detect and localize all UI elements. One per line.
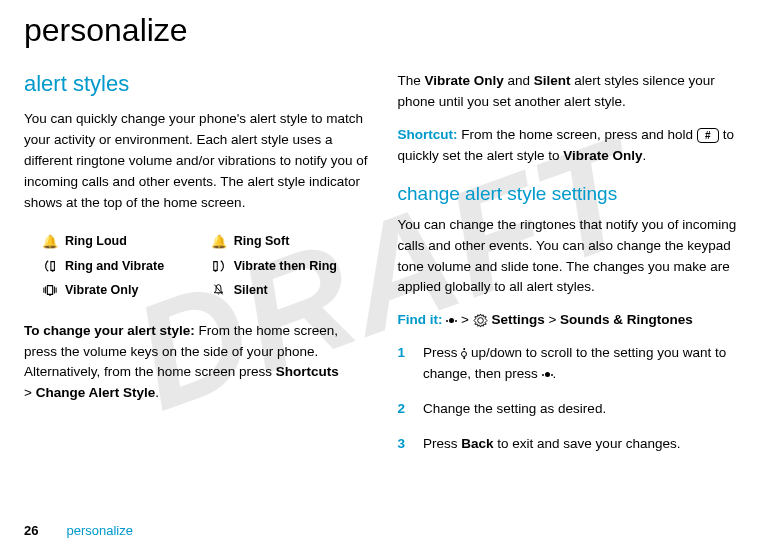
style-silent: Silent <box>211 283 370 297</box>
step-text: Press Back to exit and save your changes… <box>423 434 680 455</box>
find-it-line: Find it: > Settings > Sounds & Ringtones <box>398 310 744 331</box>
sounds-ringtones-text: Sounds & Ringtones <box>560 312 693 327</box>
shortcuts-text: Shortcuts <box>276 364 339 379</box>
style-label: Vibrate Only <box>65 283 138 297</box>
gt-symbol: > <box>24 385 36 400</box>
style-label: Vibrate then Ring <box>234 259 337 273</box>
page-footer: 26personalize <box>24 523 133 538</box>
text: up/down to scroll to the setting you wan… <box>423 345 726 381</box>
alert-styles-intro: You can quickly change your phone's aler… <box>24 109 370 214</box>
gear-icon <box>473 312 488 327</box>
step-text: Press •• up/down to scroll to the settin… <box>423 343 743 385</box>
vibrate-ring-icon <box>211 259 227 273</box>
page-title: personalize <box>24 12 743 49</box>
text: The <box>398 73 425 88</box>
vibrate-only-icon <box>42 283 58 297</box>
step-text: Change the setting as desired. <box>423 399 606 420</box>
right-column: The Vibrate Only and Silent alert styles… <box>398 71 744 469</box>
text: . <box>553 366 557 381</box>
gt-symbol: > <box>457 312 472 327</box>
alert-styles-heading: alert styles <box>24 71 370 97</box>
text: Press <box>423 345 461 360</box>
text: . <box>643 148 647 163</box>
step-number: 1 <box>398 343 406 385</box>
step-1: 1 Press •• up/down to scroll to the sett… <box>398 343 744 385</box>
text: From the home screen, press and hold <box>458 127 697 142</box>
center-key-icon <box>446 318 457 323</box>
vibrate-only-text: Vibrate Only <box>425 73 504 88</box>
text: to exit and save your changes. <box>494 436 681 451</box>
style-ring-loud: 🔔 Ring Loud <box>42 234 201 249</box>
silent-text: Silent <box>534 73 571 88</box>
shortcut-para: Shortcut: From the home screen, press an… <box>398 125 744 167</box>
silent-icon <box>211 283 227 296</box>
find-it-label: Find it: <box>398 312 443 327</box>
change-bold-lead: To change your alert style: <box>24 323 195 338</box>
style-label: Ring and Vibrate <box>65 259 164 273</box>
vibrate-silent-para: The Vibrate Only and Silent alert styles… <box>398 71 744 113</box>
left-column: alert styles You can quickly change your… <box>24 71 370 469</box>
footer-section: personalize <box>66 523 133 538</box>
hash-key-icon: # <box>697 128 719 143</box>
change-alert-style-para: To change your alert style: From the hom… <box>24 321 370 405</box>
vibrate-only-text: Vibrate Only <box>563 148 642 163</box>
bell-icon: 🔔 <box>42 234 58 249</box>
change-settings-para: You can change the ringtones that notify… <box>398 215 744 299</box>
ring-vibrate-icon <box>42 259 58 273</box>
alert-styles-grid: 🔔 Ring Loud 🔔 Ring Soft Ring and Vibrate <box>24 226 370 305</box>
style-label: Ring Loud <box>65 234 127 248</box>
step-2: 2 Change the setting as desired. <box>398 399 744 420</box>
gt-symbol: > <box>545 312 560 327</box>
center-key-icon <box>542 372 553 377</box>
bell-icon: 🔔 <box>211 234 227 249</box>
style-vibrate-ring: Vibrate then Ring <box>211 259 370 273</box>
change-alert-style-text: Change Alert Style <box>36 385 156 400</box>
page-number: 26 <box>24 523 38 538</box>
style-vibrate-only: Vibrate Only <box>42 283 201 297</box>
period: . <box>155 385 159 400</box>
change-settings-heading: change alert style settings <box>398 183 744 205</box>
step-number: 3 <box>398 434 406 455</box>
page-content: personalize alert styles You can quickly… <box>24 12 743 469</box>
two-column-layout: alert styles You can quickly change your… <box>24 71 743 469</box>
style-ring-vibrate: Ring and Vibrate <box>42 259 201 273</box>
text: Press <box>423 436 461 451</box>
text: and <box>504 73 534 88</box>
step-number: 2 <box>398 399 406 420</box>
shortcut-label: Shortcut: <box>398 127 458 142</box>
steps-list: 1 Press •• up/down to scroll to the sett… <box>398 343 744 455</box>
style-label: Silent <box>234 283 268 297</box>
step-3: 3 Press Back to exit and save your chang… <box>398 434 744 455</box>
back-text: Back <box>461 436 493 451</box>
settings-text: Settings <box>491 312 544 327</box>
style-ring-soft: 🔔 Ring Soft <box>211 234 370 249</box>
style-label: Ring Soft <box>234 234 290 248</box>
